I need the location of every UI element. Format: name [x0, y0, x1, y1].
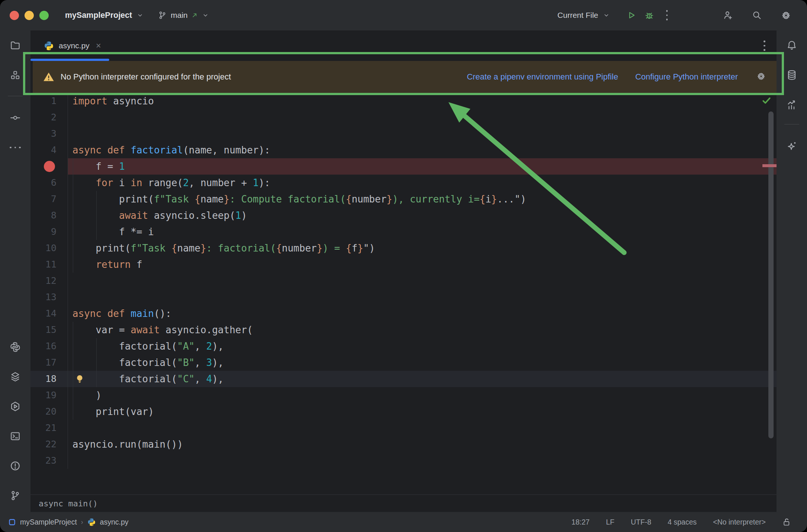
line-number[interactable]: 6	[30, 175, 68, 191]
code-with-me-button[interactable]	[722, 9, 734, 22]
code-line-4[interactable]: 4async def factorial(name, number):	[30, 142, 777, 158]
line-number[interactable]: 10	[30, 240, 68, 256]
code-line-23[interactable]: 23	[30, 452, 777, 469]
line-number[interactable]: 1	[30, 93, 68, 109]
code-line-19[interactable]: 19 )	[30, 387, 777, 403]
project-tool-button[interactable]	[7, 37, 23, 53]
line-number[interactable]: 14	[30, 305, 68, 322]
line-number[interactable]: 8	[30, 207, 68, 224]
line-number[interactable]: 18	[30, 371, 68, 387]
breakpoint-dot[interactable]	[44, 161, 55, 172]
line-number[interactable]: 3	[30, 126, 68, 142]
run-configuration-selector[interactable]: Current File	[557, 11, 610, 20]
ai-assistant-button[interactable]	[784, 138, 800, 154]
code-text: f = 1	[68, 158, 777, 175]
tab-options-button[interactable]	[764, 40, 765, 51]
code-line-15[interactable]: 15 var = await asyncio.gather(	[30, 322, 777, 338]
packages-tool-button[interactable]	[7, 369, 23, 385]
status-file-name[interactable]: async.py	[100, 518, 129, 526]
code-editor[interactable]: 1import asyncio234async def factorial(na…	[30, 93, 777, 494]
code-line-13[interactable]: 13	[30, 289, 777, 305]
close-window-button[interactable]	[10, 11, 19, 20]
code-line-22[interactable]: 22asyncio.run(main())	[30, 436, 777, 452]
minimize-window-button[interactable]	[25, 11, 34, 20]
structure-tool-button[interactable]	[7, 67, 23, 83]
lock-open-icon[interactable]	[782, 518, 791, 527]
run-button[interactable]	[625, 9, 638, 22]
code-line-14[interactable]: 14async def main():	[30, 305, 777, 322]
encoding-widget[interactable]: UTF-8	[631, 518, 651, 526]
line-number[interactable]: 13	[30, 289, 68, 305]
line-number[interactable]: 4	[30, 142, 68, 158]
plots-tool-button[interactable]	[784, 97, 800, 113]
debug-button[interactable]	[643, 9, 655, 22]
line-number[interactable]: 22	[30, 436, 68, 452]
commit-tool-button[interactable]	[7, 110, 23, 126]
line-number[interactable]: 12	[30, 273, 68, 289]
inspections-ok-icon[interactable]	[761, 95, 772, 106]
editor-scrollbar[interactable]	[768, 111, 774, 438]
line-number[interactable]: 7	[30, 191, 68, 207]
line-number[interactable]: 9	[30, 224, 68, 240]
line-number[interactable]: 11	[30, 256, 68, 273]
create-pipenv-link[interactable]: Create a pipenv environment using Pipfil…	[467, 72, 618, 82]
project-widget-icon[interactable]	[8, 518, 16, 526]
configure-interpreter-link[interactable]: Configure Python interpreter	[635, 72, 738, 82]
code-line-20[interactable]: 20 print(var)	[30, 403, 777, 420]
search-everywhere-button[interactable]	[751, 9, 763, 22]
more-tool-windows-button[interactable]	[7, 139, 23, 156]
token: {	[171, 243, 177, 254]
settings-button[interactable]	[780, 9, 792, 22]
code-line-8[interactable]: 8 await asyncio.sleep(1)	[30, 207, 777, 224]
line-number[interactable]: 17	[30, 354, 68, 371]
code-line-12[interactable]: 12	[30, 273, 777, 289]
line-number[interactable]: 23	[30, 452, 68, 469]
problems-tool-button[interactable]	[7, 458, 23, 474]
search-icon	[752, 10, 762, 20]
line-number[interactable]	[30, 158, 68, 175]
token: f	[131, 259, 142, 270]
code-line-21[interactable]: 21	[30, 420, 777, 436]
services-tool-button[interactable]	[7, 398, 23, 415]
code-line-11[interactable]: 11 return f	[30, 256, 777, 273]
banner-settings-button[interactable]	[756, 71, 766, 83]
project-widget[interactable]: mySampleProject	[65, 11, 144, 20]
code-line-6[interactable]: 6 for i in range(2, number + 1):	[30, 175, 777, 191]
line-number[interactable]: 2	[30, 109, 68, 126]
tab-close-icon[interactable]: ×	[96, 41, 101, 50]
tab-async-py[interactable]: async.py ×	[30, 30, 109, 61]
vcs-branch-widget[interactable]: main	[158, 11, 209, 20]
version-control-tool-button[interactable]	[7, 487, 23, 504]
code-line-2[interactable]: 2	[30, 109, 777, 126]
token: ) =	[323, 243, 346, 254]
intention-bulb-icon[interactable]	[75, 373, 85, 385]
code-line-18[interactable]: 18 factorial("C", 4),	[30, 371, 777, 387]
code-line-16[interactable]: 16 factorial("A", 2),	[30, 338, 777, 354]
code-line-5[interactable]: f = 1	[30, 158, 777, 175]
code-line-9[interactable]: 9 f *= i	[30, 224, 777, 240]
breadcrumb-item[interactable]: async main()	[39, 499, 98, 508]
status-project-name[interactable]: mySampleProject	[20, 518, 77, 526]
indent-widget[interactable]: 4 spaces	[668, 518, 697, 526]
title-bar: mySampleProject main Current File	[0, 0, 807, 30]
caret-position-widget[interactable]: 18:27	[571, 518, 590, 526]
python-packages-tool-button[interactable]	[7, 339, 23, 355]
line-number[interactable]: 20	[30, 403, 68, 420]
line-number[interactable]: 19	[30, 387, 68, 403]
breakpoint-stripe-mark[interactable]	[762, 164, 777, 167]
interpreter-widget[interactable]: <No interpreter>	[713, 518, 766, 526]
line-number[interactable]: 21	[30, 420, 68, 436]
code-line-7[interactable]: 7 print(f"Task {name}: Compute factorial…	[30, 191, 777, 207]
line-ending-widget[interactable]: LF	[606, 518, 615, 526]
more-actions-button[interactable]	[661, 9, 673, 22]
notifications-button[interactable]	[784, 37, 800, 53]
code-line-1[interactable]: 1import asyncio	[30, 93, 777, 109]
line-number[interactable]: 15	[30, 322, 68, 338]
database-tool-button[interactable]	[784, 67, 800, 83]
zoom-window-button[interactable]	[39, 11, 49, 20]
code-line-17[interactable]: 17 factorial("B", 3),	[30, 354, 777, 371]
line-number[interactable]: 16	[30, 338, 68, 354]
code-line-10[interactable]: 10 print(f"Task {name}: factorial({numbe…	[30, 240, 777, 256]
code-line-3[interactable]: 3	[30, 126, 777, 142]
terminal-tool-button[interactable]	[7, 428, 23, 444]
